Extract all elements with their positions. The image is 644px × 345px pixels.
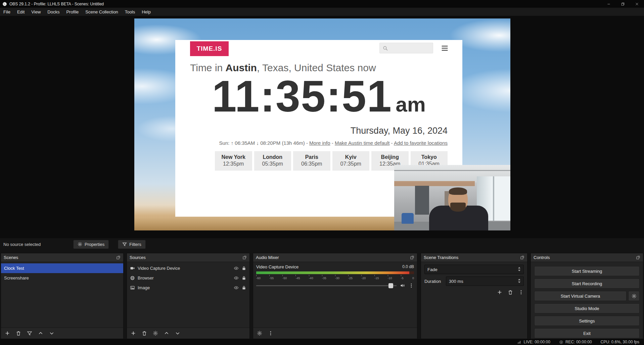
visibility-toggle-eye-icon[interactable] bbox=[234, 266, 239, 271]
remove-source-button[interactable] bbox=[142, 331, 147, 336]
spinner-arrows-icon[interactable] bbox=[518, 278, 521, 284]
preview-canvas[interactable]: TIME.IS Time in Austin, Texas, United St… bbox=[0, 16, 644, 238]
sources-toolbar bbox=[127, 328, 249, 339]
properties-button[interactable]: Properties bbox=[73, 240, 109, 249]
more-info-link: More info bbox=[309, 140, 330, 146]
window-title: OBS 29.1.2 - Profile: LLHLS BETA - Scene… bbox=[9, 2, 104, 6]
studio-mode-button[interactable]: Studio Mode bbox=[534, 303, 640, 313]
controls-dock-header[interactable]: Controls bbox=[531, 253, 643, 262]
menu-profile[interactable]: Profile bbox=[63, 8, 82, 16]
restore-button[interactable] bbox=[616, 0, 630, 8]
search-input bbox=[379, 43, 433, 53]
title-bar[interactable]: OBS 29.1.2 - Profile: LLHLS BETA - Scene… bbox=[0, 0, 644, 8]
live-status: LIVE: 00:00:00 bbox=[517, 340, 550, 344]
source-item-video-capture-device[interactable]: Video Capture Device bbox=[127, 263, 249, 273]
mixer-channel: Video Capture Device 0.0 dB -60-55-50-45… bbox=[253, 262, 417, 288]
settings-button[interactable]: Settings bbox=[534, 316, 640, 326]
start-virtual-camera-button[interactable]: Start Virtual Camera bbox=[534, 291, 627, 301]
sources-dock-header[interactable]: Sources bbox=[127, 253, 249, 262]
lock-toggle-icon[interactable] bbox=[241, 266, 246, 271]
menu-file[interactable]: File bbox=[0, 8, 14, 16]
webcam-overlay bbox=[394, 165, 510, 230]
source-item-browser[interactable]: Browser bbox=[127, 273, 249, 283]
visibility-toggle-eye-icon[interactable] bbox=[234, 285, 239, 290]
hamburger-menu-icon bbox=[441, 44, 449, 52]
controls-dock: Controls Start Streaming Start Recording… bbox=[531, 253, 643, 339]
move-scene-down-button[interactable] bbox=[49, 331, 54, 336]
record-status-icon bbox=[559, 340, 563, 344]
virtual-camera-config-gear-icon[interactable] bbox=[628, 291, 640, 301]
remove-scene-button[interactable] bbox=[16, 331, 21, 336]
menu-docks[interactable]: Docks bbox=[44, 8, 63, 16]
add-source-button[interactable] bbox=[131, 331, 136, 336]
add-transition-button[interactable] bbox=[497, 290, 502, 295]
scene-transitions-dock-header[interactable]: Scene Transitions bbox=[421, 253, 527, 262]
globe-icon bbox=[130, 275, 135, 281]
dock-popout-icon[interactable] bbox=[116, 255, 121, 260]
dock-popout-icon[interactable] bbox=[520, 255, 524, 260]
duration-input[interactable]: 300 ms bbox=[446, 276, 524, 286]
start-streaming-button[interactable]: Start Streaming bbox=[534, 266, 640, 276]
speaker-icon[interactable] bbox=[400, 283, 405, 288]
audio-level-meter bbox=[256, 271, 414, 274]
scene-filters-button[interactable] bbox=[27, 331, 32, 336]
filter-icon bbox=[122, 242, 127, 247]
search-icon bbox=[382, 45, 388, 51]
dock-popout-icon[interactable] bbox=[242, 255, 247, 260]
filters-button[interactable]: Filters bbox=[118, 240, 145, 249]
add-scene-button[interactable] bbox=[5, 331, 10, 336]
minimize-button[interactable] bbox=[602, 0, 616, 8]
city-box-paris: Paris06:35pm bbox=[293, 151, 330, 171]
exit-button[interactable]: Exit bbox=[534, 328, 640, 338]
scenes-dock-title: Scenes bbox=[4, 255, 18, 260]
mixer-options-kebab-icon[interactable] bbox=[268, 331, 273, 336]
move-source-up-button[interactable] bbox=[164, 331, 169, 336]
transition-options-kebab-icon[interactable] bbox=[518, 290, 524, 295]
scenes-dock-header[interactable]: Scenes bbox=[1, 253, 123, 262]
channel-options-kebab-icon[interactable] bbox=[409, 283, 414, 288]
cpu-fps-status: CPU: 0.6%, 30.00 fps bbox=[601, 340, 639, 344]
sources-list: Video Capture Device Browser Image bbox=[127, 262, 249, 293]
source-properties-gear-icon[interactable] bbox=[153, 331, 158, 336]
gear-icon bbox=[78, 242, 82, 247]
advanced-audio-gear-icon[interactable] bbox=[257, 331, 262, 336]
menu-tools[interactable]: Tools bbox=[122, 8, 138, 16]
audio-mixer-dock: Audio Mixer Video Capture Device 0.0 dB … bbox=[253, 253, 417, 339]
scene-item-screenshare[interactable]: Screenshare bbox=[1, 273, 123, 283]
scene-item-clock-test[interactable]: Clock Test bbox=[1, 263, 123, 273]
menu-scene-collection[interactable]: Scene Collection bbox=[82, 8, 122, 16]
webcam-ceiling-beam bbox=[394, 170, 510, 171]
scenes-toolbar bbox=[1, 328, 123, 339]
program-scene[interactable]: TIME.IS Time in Austin, Texas, United St… bbox=[134, 18, 510, 230]
meridiem: am bbox=[396, 93, 426, 116]
close-button[interactable] bbox=[630, 0, 644, 8]
webcam-person bbox=[429, 179, 488, 230]
meter-scale: -60-55-50-45-40-35-30-25-20-15-10-50 bbox=[256, 276, 414, 280]
meter-tick-marks bbox=[256, 275, 414, 276]
visibility-toggle-eye-icon[interactable] bbox=[234, 275, 239, 281]
dock-popout-icon[interactable] bbox=[636, 255, 640, 260]
start-recording-button[interactable]: Start Recording bbox=[534, 278, 640, 289]
volume-slider[interactable] bbox=[256, 285, 397, 286]
duration-label: Duration bbox=[424, 279, 443, 284]
sun-info-line: Sun: ↑ 06:35AM ↓ 08:20PM (13h 46m) - Mor… bbox=[219, 140, 448, 146]
audio-mixer-dock-header[interactable]: Audio Mixer bbox=[253, 253, 417, 262]
move-source-down-button[interactable] bbox=[175, 331, 180, 336]
menu-help[interactable]: Help bbox=[138, 8, 154, 16]
menu-view[interactable]: View bbox=[28, 8, 44, 16]
volume-slider-handle[interactable] bbox=[388, 283, 393, 288]
transition-select[interactable]: Fade bbox=[424, 265, 524, 274]
sources-dock: Sources Video Capture Device Browser Ima… bbox=[127, 253, 250, 339]
move-scene-up-button[interactable] bbox=[38, 331, 43, 336]
webcam-person-head bbox=[448, 188, 468, 211]
lock-toggle-icon[interactable] bbox=[241, 285, 246, 290]
dock-popout-icon[interactable] bbox=[410, 255, 414, 260]
mixer-channel-name: Video Capture Device bbox=[256, 264, 298, 269]
mixer-level-readout: 0.0 dB bbox=[402, 264, 414, 269]
menu-edit[interactable]: Edit bbox=[14, 8, 28, 16]
rec-status: REC: 00:00:00 bbox=[559, 340, 592, 344]
source-item-image[interactable]: Image bbox=[127, 283, 249, 293]
mixer-toolbar bbox=[253, 328, 417, 339]
remove-transition-button[interactable] bbox=[508, 290, 513, 295]
lock-toggle-icon[interactable] bbox=[241, 275, 246, 281]
